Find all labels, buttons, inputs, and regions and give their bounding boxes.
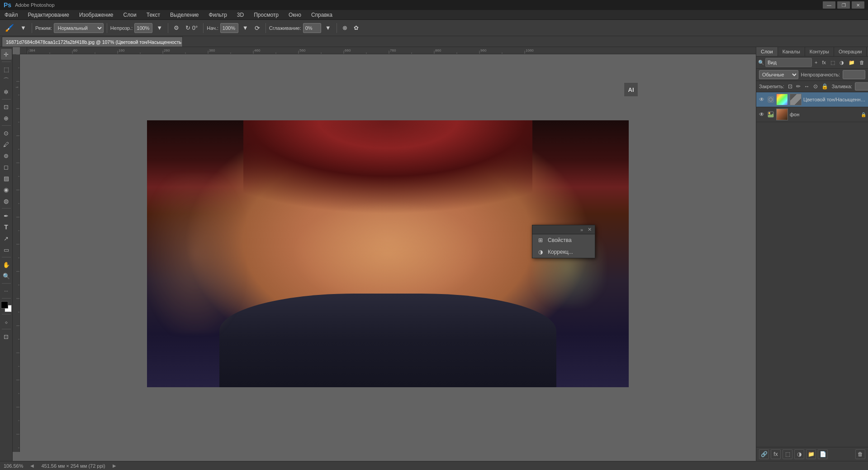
clone-tool[interactable]: ⊚: [1, 150, 12, 161]
document-tab[interactable]: 16871d7684c8478caa1c172fa2bf418b.jpg @ 1…: [2, 37, 183, 47]
tab-layers[interactable]: Слои: [756, 47, 778, 56]
panel-tool-adj-btn[interactable]: ◑: [838, 59, 846, 66]
panel-tool-trash-btn[interactable]: 🗑: [858, 59, 866, 66]
link-layers-btn[interactable]: 🔗: [759, 449, 769, 459]
screen-mode-btn[interactable]: ⊡: [1, 331, 12, 342]
close-button[interactable]: ✕: [852, 1, 864, 9]
properties-icon: ⊞: [537, 237, 544, 244]
dodge-tool[interactable]: ◍: [1, 195, 12, 206]
new-group-btn[interactable]: 📁: [806, 449, 816, 459]
context-panel-expand-btn[interactable]: »: [579, 227, 584, 233]
layer-blend-select[interactable]: Обычные: [759, 70, 798, 79]
menu-select[interactable]: Выделение: [168, 11, 201, 19]
lock-position-btn[interactable]: ↔: [803, 83, 811, 90]
svg-text:860: 860: [435, 48, 441, 52]
quick-mask-btn[interactable]: ⬦: [1, 316, 12, 327]
menu-filter[interactable]: Фильтр: [207, 11, 229, 19]
blend-mode-select[interactable]: Нормальный: [54, 23, 104, 33]
corrections-icon: ◑: [537, 248, 544, 256]
menu-3d[interactable]: 3D: [235, 11, 246, 19]
add-mask-btn[interactable]: ⬚: [783, 449, 792, 459]
layer-fx-btn[interactable]: fx: [771, 449, 781, 459]
path-select-tool[interactable]: ↗: [1, 233, 12, 244]
tab-paths[interactable]: Контуры: [805, 47, 834, 56]
opacity-input-right[interactable]: 100%: [843, 70, 865, 79]
menu-window[interactable]: Окно: [287, 11, 303, 19]
context-menu-item-properties[interactable]: ⊞ Свойства: [532, 234, 595, 246]
menu-text[interactable]: Текст: [145, 11, 162, 19]
panel-tool-folder-btn[interactable]: 📁: [847, 59, 857, 66]
layers-search-input[interactable]: [765, 58, 812, 67]
healing-tool[interactable]: ⊙: [1, 128, 12, 138]
tool-sep-3: [2, 125, 11, 126]
smoothing-arrow-btn[interactable]: ▼: [323, 23, 333, 33]
eraser-tool[interactable]: ◻: [1, 161, 12, 172]
lock-image-btn[interactable]: ✏: [795, 83, 802, 90]
brush-tool[interactable]: 🖊: [1, 139, 12, 150]
minimize-button[interactable]: —: [823, 1, 835, 9]
lasso-tool[interactable]: ⌒: [1, 75, 12, 86]
angle-btn[interactable]: ↻ 0°: [183, 23, 200, 33]
new-adjustment-btn[interactable]: ◑: [794, 449, 804, 459]
layer-mask-thumb-huesat: [790, 94, 802, 105]
opacity-input-toolbar[interactable]: [134, 23, 152, 33]
lock-all-btn[interactable]: 🔒: [821, 83, 829, 90]
lock-artboard-btn[interactable]: ⊙: [812, 83, 819, 90]
layer-visibility-background[interactable]: 👁: [758, 111, 765, 118]
max-arrow-btn[interactable]: ▼: [240, 23, 251, 33]
status-arrow-left[interactable]: ◀: [30, 463, 34, 468]
blur-tool[interactable]: ◉: [1, 184, 12, 195]
panel-tool-new-btn[interactable]: +: [813, 59, 819, 66]
hand-tool[interactable]: ✋: [1, 259, 12, 270]
svg-text:-384: -384: [28, 48, 36, 52]
selection-tool[interactable]: ⬚: [1, 64, 12, 75]
menu-file[interactable]: Файл: [3, 11, 20, 19]
symmetry-btn[interactable]: ⊗: [340, 23, 350, 33]
brush-tool-btn[interactable]: 🖌️: [3, 22, 16, 33]
menu-image[interactable]: Изображение: [77, 11, 115, 19]
layer-visibility-huesat[interactable]: 👁: [758, 96, 765, 103]
hue-sat-gradient: [777, 94, 787, 105]
crowd-blur-left: [147, 174, 243, 334]
wand-tool[interactable]: ✲: [1, 86, 12, 97]
menu-edit[interactable]: Редактирование: [26, 11, 71, 19]
pen-tool[interactable]: ✒: [1, 210, 12, 221]
delete-layer-btn[interactable]: 🗑: [855, 449, 865, 459]
extra-tools-btn[interactable]: ···: [1, 285, 12, 296]
brush-options-btn[interactable]: ▼: [18, 23, 28, 33]
restore-button[interactable]: ❐: [837, 1, 850, 9]
toolbar-sep-2: [107, 23, 107, 33]
menu-help[interactable]: Справка: [309, 11, 334, 19]
crop-tool[interactable]: ⊡: [1, 101, 12, 112]
text-tool[interactable]: T: [1, 222, 12, 233]
layer-row-background[interactable]: 👁 фон 🔒: [756, 107, 868, 122]
status-arrow-right[interactable]: ▶: [113, 463, 116, 468]
refresh-btn[interactable]: ⟳: [252, 23, 262, 33]
tab-channels[interactable]: Каналы: [778, 47, 805, 56]
shape-tool[interactable]: ▭: [1, 244, 12, 255]
svg-text:360: 360: [209, 48, 215, 52]
menu-view[interactable]: Просмотр: [252, 11, 280, 19]
gradient-tool[interactable]: ▨: [1, 173, 12, 184]
move-tool[interactable]: ✛: [1, 49, 12, 60]
eyedropper-tool[interactable]: ⊕: [1, 113, 12, 123]
new-layer-btn[interactable]: 📄: [818, 449, 828, 459]
foreground-color[interactable]: [1, 301, 8, 309]
lock-transparent-btn[interactable]: ⊡: [787, 83, 793, 90]
max-input[interactable]: [220, 23, 238, 33]
smoothing-input[interactable]: [303, 23, 321, 33]
settings-btn[interactable]: ⚙: [171, 23, 181, 33]
menu-layers[interactable]: Слои: [122, 11, 138, 19]
extra-btn[interactable]: ✿: [351, 23, 361, 33]
fill-input[interactable]: 100%: [855, 82, 868, 90]
context-menu-item-corrections[interactable]: ◑ Коррекц...: [532, 246, 595, 258]
opacity-arrow-btn[interactable]: ▼: [154, 23, 165, 33]
lock-icons-group: ⊡ ✏ ↔ ⊙ 🔒: [787, 83, 829, 90]
zoom-tool[interactable]: 🔍: [1, 271, 12, 281]
canvas-container: AI -384 60 160: [13, 47, 756, 461]
panel-tool-mask-btn[interactable]: ⬚: [829, 59, 837, 66]
tab-actions[interactable]: Операции: [834, 47, 867, 56]
context-panel-close-btn[interactable]: ✕: [586, 226, 593, 233]
panel-tool-fx-btn[interactable]: fx: [820, 59, 828, 66]
layer-row-huesat[interactable]: 👁 Цветовой тон/Насыщенность 1: [756, 92, 868, 107]
